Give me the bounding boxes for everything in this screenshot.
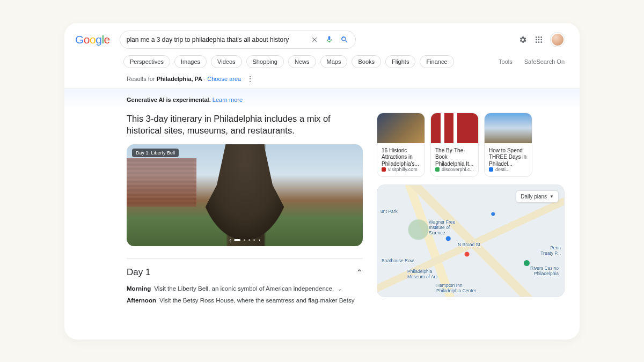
card-image: [485, 113, 532, 143]
hero-image[interactable]: Day 1: Liberty Bell ‹ ›: [127, 144, 363, 246]
tab-perspectives[interactable]: Perspectives: [123, 55, 170, 68]
chevron-right-icon[interactable]: ›: [259, 237, 260, 243]
choose-area-link[interactable]: Choose area: [207, 76, 241, 82]
card-source: desti...: [485, 167, 532, 176]
svg-point-6: [536, 41, 537, 43]
chevron-down-icon: ▼: [550, 194, 554, 199]
learn-more-link[interactable]: Learn more: [213, 97, 243, 103]
clear-icon[interactable]: [310, 35, 319, 44]
result-card[interactable]: The By-The-Book Philadelphia It... disco…: [430, 113, 479, 177]
card-image: [377, 113, 425, 143]
svg-point-5: [540, 39, 542, 40]
svg-point-8: [540, 41, 542, 43]
card-source: visitphilly.com: [377, 167, 425, 176]
map-label: Wagner Free Institute of Science: [429, 219, 455, 235]
search-bar[interactable]: [120, 31, 356, 49]
card-source: discoverphl.c...: [431, 167, 478, 176]
tab-flights[interactable]: Flights: [385, 55, 415, 68]
svg-point-2: [540, 36, 542, 38]
map-label: Hampton Inn Philadelphia Center...: [436, 283, 480, 293]
carousel-dots[interactable]: ‹ ›: [229, 237, 260, 243]
hero-badge: Day 1: Liberty Bell: [132, 149, 179, 157]
mic-icon[interactable]: [325, 35, 334, 44]
avatar[interactable]: [551, 33, 565, 47]
map-label: Philadelphia Museum of Art: [407, 269, 437, 279]
genai-disclaimer: Generative AI is experimental.: [127, 97, 211, 103]
tab-news[interactable]: News: [288, 55, 316, 68]
map-label: Boathouse Row: [382, 258, 414, 263]
map-label: Rivers Casino Philadelphia: [530, 265, 559, 276]
map-label: unt Park: [380, 209, 398, 214]
tools-link[interactable]: Tools: [499, 58, 513, 65]
svg-point-0: [536, 36, 537, 38]
divider: [127, 258, 363, 258]
more-icon[interactable]: ⋮: [246, 75, 254, 83]
svg-point-7: [538, 41, 540, 43]
safesearch-link[interactable]: SafeSearch On: [524, 58, 565, 65]
tab-shopping[interactable]: Shopping: [246, 55, 284, 68]
card-title: 16 Historic Attractions in Philadelphia'…: [377, 143, 425, 167]
chevron-up-icon[interactable]: ⌃: [356, 268, 363, 278]
map-plans-chip[interactable]: Daily plans ▼: [516, 190, 559, 203]
day-header[interactable]: Day 1 ⌃: [127, 267, 363, 278]
apps-icon[interactable]: [535, 35, 543, 44]
svg-point-3: [536, 39, 537, 40]
svg-point-4: [538, 39, 540, 40]
search-icon[interactable]: [340, 35, 349, 44]
results-for-text: Results for Philadelphia, PA · Choose ar…: [127, 76, 241, 82]
card-image: [431, 113, 478, 143]
chevron-down-icon[interactable]: ⌄: [338, 286, 342, 292]
map-label: N Broad St: [458, 242, 480, 247]
google-logo[interactable]: Google: [75, 33, 110, 46]
gear-icon[interactable]: [518, 35, 527, 44]
tab-finance[interactable]: Finance: [420, 55, 453, 68]
card-title: The By-The-Book Philadelphia It...: [431, 143, 478, 167]
tab-books[interactable]: Books: [352, 55, 381, 68]
map-label: Penn Treaty P...: [540, 245, 561, 256]
itinerary-afternoon: AfternoonVisit the Betsy Ross House, whe…: [127, 297, 363, 304]
itinerary-morning: MorningVisit the Liberty Bell, an iconic…: [127, 285, 363, 292]
tab-maps[interactable]: Maps: [320, 55, 348, 68]
result-card[interactable]: How to Spend THREE Days in Philadel... d…: [484, 113, 532, 177]
result-card[interactable]: 16 Historic Attractions in Philadelphia'…: [377, 113, 425, 177]
map[interactable]: Daily plans ▼ unt Park Wagner Free Insti…: [377, 184, 565, 297]
chevron-left-icon[interactable]: ‹: [229, 237, 231, 243]
card-title: How to Spend THREE Days in Philadel...: [485, 143, 532, 167]
tab-images[interactable]: Images: [174, 55, 207, 68]
tab-videos[interactable]: Videos: [211, 55, 241, 68]
search-input[interactable]: [127, 36, 310, 43]
ai-summary: This 3-day itinerary in Philadelphia inc…: [127, 113, 363, 137]
svg-point-1: [538, 36, 540, 38]
